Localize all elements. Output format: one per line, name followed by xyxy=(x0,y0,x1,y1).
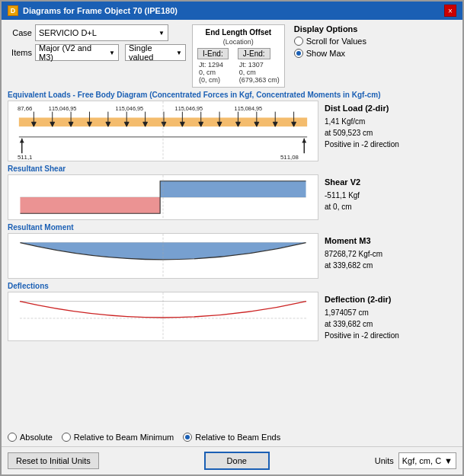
relative-ends-row[interactable]: Relative to Beam Ends xyxy=(183,433,280,442)
display-options-section: Display Options Scroll for Values Show M… xyxy=(294,24,366,58)
j-end-val1: 0, cm xyxy=(239,69,280,76)
end-length-location: (Location) xyxy=(197,38,280,46)
units-dropdown[interactable]: Kgf, cm, C ▼ xyxy=(398,452,456,469)
dist-load-value: 1,41 Kgf/cm xyxy=(325,116,446,127)
end-length-title: End Length Offset xyxy=(197,28,280,37)
moment-svg xyxy=(8,234,318,278)
deflection-canvas xyxy=(8,292,318,341)
relative-min-row[interactable]: Relative to Beam Minimum xyxy=(62,433,174,442)
bottom-bar: Reset to Initial Units Done Units Kgf, c… xyxy=(2,446,462,474)
case-dropdown-arrow: ▼ xyxy=(158,30,165,37)
moment-row: Moment M3 87268,72 Kgf-cm at 339,682 cm xyxy=(8,233,456,279)
svg-marker-47 xyxy=(20,197,160,213)
scroll-label: Scroll for Values xyxy=(306,37,366,46)
units-section: Units Kgf, cm, C ▼ xyxy=(375,452,456,469)
title-bar: D Diagrams for Frame Object 70 (IPE180) … xyxy=(2,2,462,20)
diagram-section: Equivalent Loads - Free Body Diagram (Co… xyxy=(8,91,456,428)
top-controls: Case SERVICIO D+L ▼ Items Major (V2 and … xyxy=(8,24,456,88)
svg-text:115,046,95: 115,046,95 xyxy=(175,105,203,112)
shear-value: -511,1 Kgf xyxy=(325,190,446,201)
absolute-radio[interactable] xyxy=(8,433,17,442)
absolute-row[interactable]: Absolute xyxy=(8,433,53,442)
items-label: Items xyxy=(8,48,32,57)
main-content: Case SERVICIO D+L ▼ Items Major (V2 and … xyxy=(2,20,462,446)
svg-text:115,046,95: 115,046,95 xyxy=(116,105,144,112)
equiv-loads-title: Equivalent Loads - Free Body Diagram (Co… xyxy=(8,91,456,99)
relative-ends-radio-inner xyxy=(185,435,190,439)
i-end-button[interactable]: I-End: xyxy=(197,48,229,59)
deflection-reference-group: Absolute Relative to Beam Minimum Relati… xyxy=(8,433,456,442)
i-end-jt: Jt: 1294 xyxy=(199,61,229,69)
i-end-val2: (0, cm) xyxy=(199,76,229,84)
dist-load-location: at 509,523 cm xyxy=(325,127,446,139)
shear-section-label: Resultant Shear xyxy=(8,165,456,173)
relative-min-radio[interactable] xyxy=(62,433,71,442)
deflection-section-label: Deflections xyxy=(8,282,456,290)
items-row: Items Major (V2 and M3) ▼ Single valued … xyxy=(8,44,186,61)
case-label: Case xyxy=(8,28,32,37)
svg-text:115,046,95: 115,046,95 xyxy=(49,105,77,112)
svg-text:511,1: 511,1 xyxy=(18,154,33,161)
window-title: Diagrams for Frame Object 70 (IPE180) xyxy=(23,6,178,15)
shear-location: at 0, cm xyxy=(325,201,446,212)
deflection-row: Deflection (2-dir) 1,974057 cm at 339,68… xyxy=(8,292,456,344)
moment-section-label: Resultant Moment xyxy=(8,223,456,232)
scroll-for-values-row[interactable]: Scroll for Values xyxy=(294,37,366,46)
equiv-loads-svg: 87,66 115,046,95 115,046,95 115,046,95 1… xyxy=(8,101,318,161)
app-icon: D xyxy=(8,5,18,16)
i-end-val1: 0, cm xyxy=(199,69,229,76)
shear-svg xyxy=(8,175,318,219)
case-row: Case SERVICIO D+L ▼ xyxy=(8,24,186,41)
dist-load-direction: Positive in -2 direction xyxy=(325,139,446,150)
moment-canvas xyxy=(8,233,318,279)
show-max-label: Show Max xyxy=(306,49,345,58)
j-end-val2: (679,363 cm) xyxy=(239,76,280,84)
display-options-title: Display Options xyxy=(294,24,366,34)
relative-ends-radio[interactable] xyxy=(183,433,192,442)
units-label: Units xyxy=(375,456,394,465)
absolute-label: Absolute xyxy=(20,433,53,442)
relative-min-label: Relative to Beam Minimum xyxy=(74,433,174,442)
case-items-section: Case SERVICIO D+L ▼ Items Major (V2 and … xyxy=(8,24,186,61)
dist-load-info: Dist Load (2-dir) 1,41 Kgf/cm at 509,523… xyxy=(322,101,450,161)
show-max-radio-inner xyxy=(296,51,301,56)
deflection-direction: Positive in -2 direction xyxy=(325,330,446,341)
j-end-button[interactable]: J-End: xyxy=(238,48,270,59)
done-button[interactable]: Done xyxy=(204,452,270,470)
show-max-row[interactable]: Show Max xyxy=(294,49,366,58)
scroll-radio[interactable] xyxy=(294,37,303,46)
shear-canvas xyxy=(8,174,318,220)
single-dropdown-arrow: ▼ xyxy=(176,50,182,56)
major-dropdown-arrow: ▼ xyxy=(109,50,115,56)
equiv-loads-canvas: 87,66 115,046,95 115,046,95 115,046,95 1… xyxy=(8,101,318,161)
deflection-location: at 339,682 cm xyxy=(325,318,446,330)
end-length-section: End Length Offset (Location) I-End: Jt: … xyxy=(192,24,285,88)
close-button[interactable]: × xyxy=(444,5,456,17)
show-max-radio[interactable] xyxy=(294,49,303,58)
case-dropdown[interactable]: SERVICIO D+L ▼ xyxy=(35,24,168,41)
shear-row: Shear V2 -511,1 Kgf at 0, cm xyxy=(8,174,456,220)
j-end-jt: Jt: 1307 xyxy=(239,61,280,69)
svg-text:115,084,95: 115,084,95 xyxy=(235,105,263,112)
units-value: Kgf, cm, C xyxy=(402,456,441,465)
equiv-loads-row: 87,66 115,046,95 115,046,95 115,046,95 1… xyxy=(8,101,456,161)
shear-title: Shear V2 xyxy=(325,177,446,187)
dist-load-title: Dist Load (2-dir) xyxy=(325,104,446,113)
main-window: D Diagrams for Frame Object 70 (IPE180) … xyxy=(0,0,464,476)
svg-text:511,08: 511,08 xyxy=(280,154,299,161)
moment-info: Moment M3 87268,72 Kgf-cm at 339,682 cm xyxy=(322,233,450,279)
reset-button[interactable]: Reset to Initial Units xyxy=(8,452,99,469)
relative-ends-label: Relative to Beam Ends xyxy=(195,433,280,442)
moment-title: Moment M3 xyxy=(325,236,446,245)
deflection-info: Deflection (2-dir) 1,974057 cm at 339,68… xyxy=(322,292,450,344)
deflection-value: 1,974057 cm xyxy=(325,307,446,318)
units-dropdown-arrow: ▼ xyxy=(444,456,453,465)
moment-value: 87268,72 Kgf-cm xyxy=(325,248,446,260)
shear-info: Shear V2 -511,1 Kgf at 0, cm xyxy=(322,174,450,220)
major-dropdown[interactable]: Major (V2 and M3) ▼ xyxy=(35,44,119,61)
svg-text:87,66: 87,66 xyxy=(18,105,33,112)
single-dropdown[interactable]: Single valued ▼ xyxy=(125,44,186,61)
deflection-title: Deflection (2-dir) xyxy=(325,295,446,304)
moment-location: at 339,682 cm xyxy=(325,260,446,271)
title-bar-left: D Diagrams for Frame Object 70 (IPE180) xyxy=(8,5,178,16)
